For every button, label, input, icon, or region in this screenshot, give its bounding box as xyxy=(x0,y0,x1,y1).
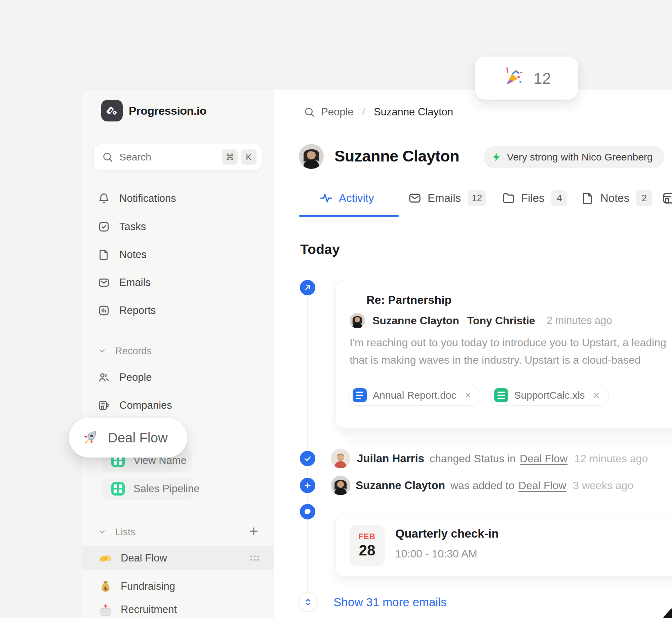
search-input[interactable]: Search ⌘ K xyxy=(93,144,262,170)
drag-preview-deal-flow[interactable]: Deal Flow xyxy=(69,418,187,458)
tab-notes[interactable]: Notes 2 xyxy=(581,188,652,208)
chevrons-up-down-icon xyxy=(303,597,313,607)
spreadsheet-file-icon xyxy=(494,388,508,402)
outgoing-email-marker xyxy=(300,280,315,295)
activity-entry: Suzanne Clayton was added to Deal Flow 3… xyxy=(356,478,633,493)
view-label: Sales Pipeline xyxy=(133,483,199,495)
email-body-line: I'm reaching out to you today to introdu… xyxy=(350,336,666,349)
envelope-icon xyxy=(98,277,110,289)
envelope-icon xyxy=(408,191,422,205)
activity-target-link[interactable]: Deal Flow xyxy=(520,452,567,465)
sidebar-list-recruitment[interactable]: Recruitment xyxy=(82,598,274,618)
bolt-icon xyxy=(491,152,502,162)
sidebar-item-notifications[interactable]: Notifications xyxy=(82,188,274,209)
expand-marker[interactable] xyxy=(298,592,318,612)
sidebar-item-companies[interactable]: Companies xyxy=(82,395,274,416)
event-card[interactable] xyxy=(335,514,672,577)
chevron-down-icon xyxy=(98,528,107,536)
company-icon xyxy=(98,399,110,411)
list-label: Deal Flow xyxy=(121,552,167,564)
incoming-envelope-icon xyxy=(98,602,113,617)
list-label: Recruitment xyxy=(121,604,177,616)
party-popper-icon xyxy=(502,67,524,89)
email-subject: Re: Partnership xyxy=(366,293,451,306)
timeline-group-label: Today xyxy=(300,242,340,257)
search-icon xyxy=(102,151,113,163)
avatar xyxy=(350,313,365,328)
section-label: Records xyxy=(115,346,152,357)
avatar[interactable] xyxy=(331,476,350,495)
handshake-icon xyxy=(98,550,113,566)
page-title: Suzanne Clayton xyxy=(334,147,459,165)
tab-label: Notes xyxy=(600,192,629,205)
activity-timestamp: 3 weeks ago xyxy=(573,479,634,492)
sidebar-section-records[interactable]: Records xyxy=(82,340,274,362)
people-icon xyxy=(98,371,110,384)
tab-count-badge: 12 xyxy=(468,190,486,206)
email-from[interactable]: Suzanne Clayton xyxy=(372,315,459,327)
tab-label: Emails xyxy=(428,192,461,205)
sidebar-item-reports[interactable]: Reports xyxy=(82,300,274,321)
activity-timestamp: 12 minutes ago xyxy=(574,452,648,465)
email-to[interactable]: Tony Christie xyxy=(467,315,535,327)
folder-icon xyxy=(502,191,515,205)
reaction-card[interactable]: 12 xyxy=(475,57,578,100)
tab-label: Files xyxy=(521,192,545,205)
email-stack-edge xyxy=(341,430,672,437)
breadcrumb: People / Suzanne Clayton xyxy=(304,104,453,120)
activity-actor[interactable]: Juilan Harris xyxy=(357,452,424,465)
chat-bubble-icon xyxy=(303,507,312,516)
breadcrumb-section[interactable]: People xyxy=(321,106,354,118)
sidebar-list-fundraising[interactable]: $ Fundraising xyxy=(82,575,274,598)
event-title: Quarterly check-in xyxy=(395,527,499,540)
sidebar-item-label: Reports xyxy=(119,304,156,317)
sidebar-view-sales-pipeline[interactable]: Sales Pipeline xyxy=(82,477,274,501)
section-label: Lists xyxy=(115,526,135,538)
grid-view-icon xyxy=(111,482,125,496)
search-icon xyxy=(304,106,315,118)
status-change-marker xyxy=(300,451,315,466)
event-date-tile: FEB 28 xyxy=(350,525,385,566)
added-marker xyxy=(300,478,315,493)
sidebar-list-deal-flow[interactable]: Deal Flow xyxy=(82,546,274,570)
timeline-line xyxy=(307,296,308,601)
attachment-name: SupportCalc.xls xyxy=(514,390,585,401)
avatar[interactable] xyxy=(331,449,350,468)
event-day: 28 xyxy=(359,542,375,559)
svg-text:$: $ xyxy=(104,585,107,591)
tab-more-partial[interactable] xyxy=(662,188,672,208)
drag-preview-label: Deal Flow xyxy=(108,430,168,445)
workspace-name[interactable]: Progression.io xyxy=(129,89,206,132)
sidebar-item-label: Notifications xyxy=(119,192,176,205)
shortcut-k-key: K xyxy=(241,149,256,165)
remove-attachment-icon[interactable] xyxy=(464,391,472,399)
relationship-badge[interactable]: Very strong with Nico Greenberg xyxy=(483,146,664,168)
search-placeholder: Search xyxy=(119,151,219,163)
sidebar-section-lists[interactable]: Lists xyxy=(82,521,274,543)
sidebar-item-emails[interactable]: Emails xyxy=(82,272,274,293)
task-check-icon xyxy=(98,221,110,233)
sidebar: Progression.io Search ⌘ K Notifications xyxy=(82,89,273,618)
logo-glyph-icon xyxy=(105,104,119,117)
drag-handle-icon[interactable] xyxy=(250,556,259,561)
show-more-emails-link[interactable]: Show 31 more emails xyxy=(333,595,447,609)
activity-actor[interactable]: Suzanne Clayton xyxy=(356,479,445,492)
sidebar-item-tasks[interactable]: Tasks xyxy=(82,216,274,238)
tab-activity[interactable]: Activity xyxy=(319,188,374,208)
list-label: Fundraising xyxy=(121,580,175,592)
rocket-icon xyxy=(80,428,100,447)
activity-target-link[interactable]: Deal Flow xyxy=(518,479,566,492)
tab-files[interactable]: Files 4 xyxy=(502,188,567,208)
sidebar-item-people[interactable]: People xyxy=(82,367,274,388)
attachment-chip[interactable]: SupportCalc.xls xyxy=(490,385,609,406)
attachment-chip[interactable]: Annual Report.doc xyxy=(348,385,480,406)
note-icon xyxy=(98,249,110,261)
profile-avatar[interactable] xyxy=(299,144,324,169)
tabs-divider xyxy=(299,217,672,217)
sidebar-item-notes[interactable]: Notes xyxy=(82,244,274,265)
tab-emails[interactable]: Emails 12 xyxy=(408,188,486,208)
add-list-button[interactable] xyxy=(248,525,260,538)
comment-marker xyxy=(300,504,315,519)
remove-attachment-icon[interactable] xyxy=(592,391,600,399)
plus-icon xyxy=(303,481,312,490)
